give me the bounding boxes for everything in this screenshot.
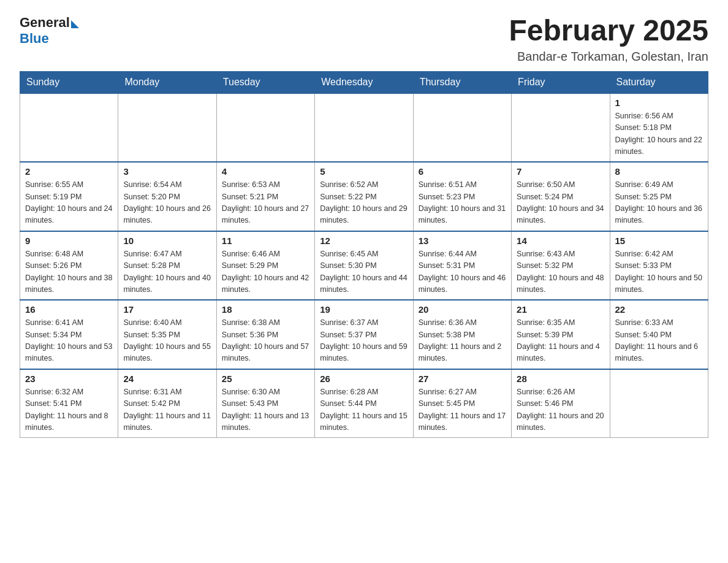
day-number: 19 [320, 304, 408, 315]
calendar-cell [216, 93, 314, 163]
day-number: 27 [419, 373, 506, 384]
day-number: 28 [517, 373, 604, 384]
weekday-header-row: SundayMondayTuesdayWednesdayThursdayFrid… [20, 71, 708, 93]
day-info: Sunrise: 6:46 AMSunset: 5:29 PMDaylight:… [222, 248, 309, 296]
calendar-cell: 26Sunrise: 6:28 AMSunset: 5:44 PMDayligh… [315, 369, 413, 438]
calendar-week-row: 1Sunrise: 6:56 AMSunset: 5:18 PMDaylight… [20, 93, 708, 163]
day-number: 8 [615, 166, 703, 177]
day-info: Sunrise: 6:49 AMSunset: 5:25 PMDaylight:… [615, 179, 703, 227]
day-info: Sunrise: 6:36 AMSunset: 5:38 PMDaylight:… [419, 317, 506, 365]
day-number: 6 [419, 166, 506, 177]
day-info: Sunrise: 6:35 AMSunset: 5:39 PMDaylight:… [517, 317, 604, 365]
day-info: Sunrise: 6:27 AMSunset: 5:45 PMDaylight:… [419, 386, 506, 434]
calendar-cell: 24Sunrise: 6:31 AMSunset: 5:42 PMDayligh… [118, 369, 216, 438]
logo: General Blue [20, 15, 79, 47]
day-info: Sunrise: 6:37 AMSunset: 5:37 PMDaylight:… [320, 317, 408, 365]
day-number: 14 [517, 236, 604, 246]
day-number: 25 [222, 373, 309, 384]
calendar-cell: 11Sunrise: 6:46 AMSunset: 5:29 PMDayligh… [216, 231, 314, 301]
calendar-cell: 9Sunrise: 6:48 AMSunset: 5:26 PMDaylight… [20, 231, 118, 301]
day-info: Sunrise: 6:31 AMSunset: 5:42 PMDaylight:… [123, 386, 211, 434]
day-info: Sunrise: 6:54 AMSunset: 5:20 PMDaylight:… [123, 179, 211, 227]
day-info: Sunrise: 6:50 AMSunset: 5:24 PMDaylight:… [517, 179, 604, 227]
day-number: 17 [123, 304, 211, 315]
day-number: 22 [615, 304, 703, 315]
calendar-cell [20, 93, 118, 163]
day-info: Sunrise: 6:53 AMSunset: 5:21 PMDaylight:… [222, 179, 309, 227]
calendar-cell [315, 93, 413, 163]
day-info: Sunrise: 6:44 AMSunset: 5:31 PMDaylight:… [419, 248, 506, 296]
day-info: Sunrise: 6:30 AMSunset: 5:43 PMDaylight:… [222, 386, 309, 434]
calendar-cell: 7Sunrise: 6:50 AMSunset: 5:24 PMDaylight… [512, 162, 610, 231]
day-number: 12 [320, 236, 408, 246]
weekday-header-friday: Friday [512, 71, 610, 93]
day-number: 15 [615, 236, 703, 246]
calendar-cell: 17Sunrise: 6:40 AMSunset: 5:35 PMDayligh… [118, 300, 216, 369]
day-info: Sunrise: 6:28 AMSunset: 5:44 PMDaylight:… [320, 386, 408, 434]
day-info: Sunrise: 6:33 AMSunset: 5:40 PMDaylight:… [615, 317, 703, 365]
page-header: General Blue February 2025 Bandar-e Tork… [20, 15, 708, 64]
day-info: Sunrise: 6:42 AMSunset: 5:33 PMDaylight:… [615, 248, 703, 296]
day-number: 3 [123, 166, 211, 177]
day-number: 10 [123, 236, 211, 246]
calendar-week-row: 16Sunrise: 6:41 AMSunset: 5:34 PMDayligh… [20, 300, 708, 369]
day-info: Sunrise: 6:45 AMSunset: 5:30 PMDaylight:… [320, 248, 408, 296]
calendar-cell: 20Sunrise: 6:36 AMSunset: 5:38 PMDayligh… [413, 300, 511, 369]
calendar-cell: 22Sunrise: 6:33 AMSunset: 5:40 PMDayligh… [610, 300, 708, 369]
day-number: 5 [320, 166, 408, 177]
day-info: Sunrise: 6:43 AMSunset: 5:32 PMDaylight:… [517, 248, 604, 296]
calendar-cell: 15Sunrise: 6:42 AMSunset: 5:33 PMDayligh… [610, 231, 708, 301]
calendar-cell: 6Sunrise: 6:51 AMSunset: 5:23 PMDaylight… [413, 162, 511, 231]
day-number: 23 [25, 373, 113, 384]
day-info: Sunrise: 6:32 AMSunset: 5:41 PMDaylight:… [25, 386, 113, 434]
calendar-cell: 13Sunrise: 6:44 AMSunset: 5:31 PMDayligh… [413, 231, 511, 301]
calendar-cell: 18Sunrise: 6:38 AMSunset: 5:36 PMDayligh… [216, 300, 314, 369]
calendar-week-row: 2Sunrise: 6:55 AMSunset: 5:19 PMDaylight… [20, 162, 708, 231]
weekday-header-tuesday: Tuesday [216, 71, 314, 93]
day-info: Sunrise: 6:38 AMSunset: 5:36 PMDaylight:… [222, 317, 309, 365]
calendar-cell [118, 93, 216, 163]
calendar-cell: 28Sunrise: 6:26 AMSunset: 5:46 PMDayligh… [512, 369, 610, 438]
day-info: Sunrise: 6:56 AMSunset: 5:18 PMDaylight:… [615, 110, 703, 158]
weekday-header-monday: Monday [118, 71, 216, 93]
calendar-cell: 10Sunrise: 6:47 AMSunset: 5:28 PMDayligh… [118, 231, 216, 301]
day-info: Sunrise: 6:51 AMSunset: 5:23 PMDaylight:… [419, 179, 506, 227]
calendar-cell: 23Sunrise: 6:32 AMSunset: 5:41 PMDayligh… [20, 369, 118, 438]
calendar-cell: 16Sunrise: 6:41 AMSunset: 5:34 PMDayligh… [20, 300, 118, 369]
day-number: 13 [419, 236, 506, 246]
day-info: Sunrise: 6:26 AMSunset: 5:46 PMDaylight:… [517, 386, 604, 434]
day-number: 1 [615, 98, 703, 108]
day-number: 24 [123, 373, 211, 384]
title-block: February 2025 Bandar-e Torkaman, Golesta… [509, 15, 708, 64]
calendar-cell: 3Sunrise: 6:54 AMSunset: 5:20 PMDaylight… [118, 162, 216, 231]
day-number: 21 [517, 304, 604, 315]
calendar-cell: 25Sunrise: 6:30 AMSunset: 5:43 PMDayligh… [216, 369, 314, 438]
calendar-cell: 8Sunrise: 6:49 AMSunset: 5:25 PMDaylight… [610, 162, 708, 231]
day-info: Sunrise: 6:41 AMSunset: 5:34 PMDaylight:… [25, 317, 113, 365]
month-title: February 2025 [509, 15, 708, 47]
weekday-header-sunday: Sunday [20, 71, 118, 93]
day-number: 2 [25, 166, 113, 177]
calendar-cell [512, 93, 610, 163]
day-info: Sunrise: 6:47 AMSunset: 5:28 PMDaylight:… [123, 248, 211, 296]
weekday-header-wednesday: Wednesday [315, 71, 413, 93]
calendar-cell: 12Sunrise: 6:45 AMSunset: 5:30 PMDayligh… [315, 231, 413, 301]
calendar-cell: 1Sunrise: 6:56 AMSunset: 5:18 PMDaylight… [610, 93, 708, 163]
day-info: Sunrise: 6:40 AMSunset: 5:35 PMDaylight:… [123, 317, 211, 365]
day-number: 16 [25, 304, 113, 315]
calendar-cell: 2Sunrise: 6:55 AMSunset: 5:19 PMDaylight… [20, 162, 118, 231]
calendar-week-row: 9Sunrise: 6:48 AMSunset: 5:26 PMDaylight… [20, 231, 708, 301]
calendar-week-row: 23Sunrise: 6:32 AMSunset: 5:41 PMDayligh… [20, 369, 708, 438]
calendar-table: SundayMondayTuesdayWednesdayThursdayFrid… [20, 71, 708, 439]
day-number: 11 [222, 236, 309, 246]
weekday-header-saturday: Saturday [610, 71, 708, 93]
day-number: 4 [222, 166, 309, 177]
day-info: Sunrise: 6:52 AMSunset: 5:22 PMDaylight:… [320, 179, 408, 227]
logo-general-text: General [20, 15, 70, 31]
logo-blue-text: Blue [20, 31, 49, 47]
day-info: Sunrise: 6:55 AMSunset: 5:19 PMDaylight:… [25, 179, 113, 227]
day-info: Sunrise: 6:48 AMSunset: 5:26 PMDaylight:… [25, 248, 113, 296]
day-number: 9 [25, 236, 113, 246]
day-number: 7 [517, 166, 604, 177]
calendar-cell: 5Sunrise: 6:52 AMSunset: 5:22 PMDaylight… [315, 162, 413, 231]
